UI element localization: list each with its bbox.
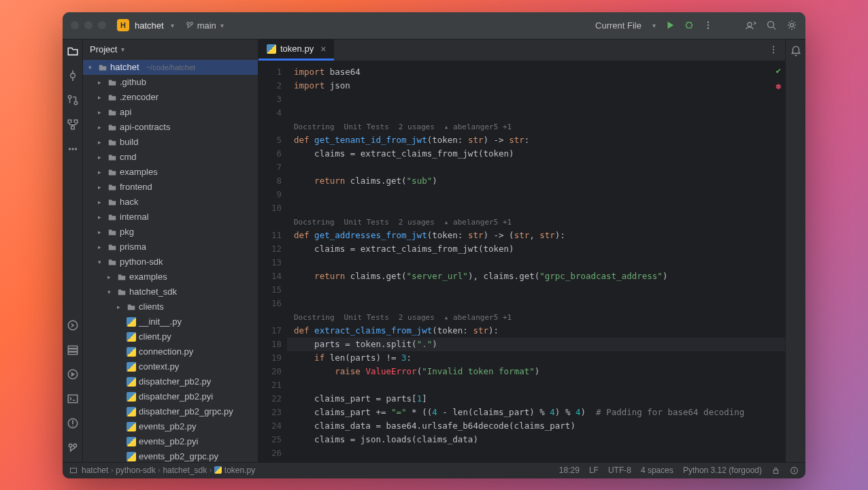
project-pane: Project ▾ ▾hatchet~/code/hatchet▸.github… [83,39,258,462]
tree-folder[interactable]: ▸api-contracts [83,120,258,135]
tree-folder[interactable]: ▸clients [83,299,258,314]
svg-point-4 [768,22,774,28]
tree-folder[interactable]: ▸frontend [83,180,258,195]
tree-folder[interactable]: ▸internal [83,210,258,225]
notifications-icon[interactable] [790,45,802,57]
run-tool-icon[interactable] [67,368,79,380]
inspections-ok-icon[interactable]: ✔ [775,65,781,76]
folder-icon [107,212,117,222]
tree-item-label: context.py [139,361,179,372]
cursor-position[interactable]: 18:29 [559,466,580,475]
tree-item-label: dispatcher_pb2_grpc.py [139,406,233,416]
python-console-icon[interactable] [67,319,79,331]
project-chevron-icon[interactable]: ▾ [171,22,174,29]
code-editor[interactable]: 1234567891011121314151617181920212223242… [258,61,785,462]
editor-area: token.py × 12345678910111213141516171819… [258,39,785,462]
tree-item-label: dispatcher_pb2.py [139,376,211,387]
tree-file[interactable]: ▸__init__.py [83,314,258,329]
close-tab-icon[interactable]: × [320,44,326,54]
tree-folder[interactable]: ▸.github [83,75,258,90]
tree-item-label: events_pb2.py [139,421,197,431]
minimize-window[interactable] [84,21,93,29]
tree-folder[interactable]: ▸.zencoder [83,90,258,105]
tree-folder[interactable]: ▸examples [83,165,258,180]
svg-rect-9 [68,120,71,123]
terminal-icon[interactable] [67,393,79,405]
tree-file[interactable]: ▸connection.py [83,344,258,359]
interpreter[interactable]: Python 3.12 (forgood) [683,466,762,475]
search-icon[interactable] [766,20,777,31]
editor-marks: ✔ ✽ [775,65,781,91]
run-config-chevron-icon[interactable]: ▾ [652,22,656,29]
project-name[interactable]: hatchet [135,20,164,31]
status-info-icon[interactable] [790,466,799,475]
folder-icon [117,272,127,282]
line-separator[interactable]: LF [589,466,599,475]
vcs-tool-icon[interactable] [67,442,79,454]
tree-item-label: connection.py [139,346,193,357]
tree-file[interactable]: ▸events_pb2.pyi [83,434,258,449]
pane-chevron-icon: ▾ [121,46,124,53]
python-file-icon [127,332,136,342]
titlebar: H hatchet ▾ main ▾ Current File ▾ [63,12,805,39]
tree-item-label: client.py [139,331,171,342]
tree-folder[interactable]: ▸hack [83,195,258,210]
ai-assistant-icon[interactable]: ✽ [775,81,781,91]
code-with-me-icon[interactable] [746,20,756,31]
tree-folder[interactable]: ▸examples [83,270,258,284]
run-icon[interactable] [665,20,675,30]
readonly-lock-icon[interactable] [771,466,780,475]
tree-file[interactable]: ▸dispatcher_pb2.pyi [83,389,258,404]
close-window[interactable] [71,21,79,29]
tree-folder[interactable]: ▾python-sdk [83,255,258,270]
tree-root[interactable]: ▾hatchet~/code/hatchet [83,60,258,75]
project-badge: H [117,19,129,31]
vcs-branch[interactable]: main ▾ [185,20,224,31]
commit-tool-icon[interactable] [67,69,79,82]
tree-item-label: events_pb2.pyi [139,436,198,446]
breadcrumbs[interactable]: hatchet › python-sdk › hatchet_sdk › tok… [82,466,255,475]
svg-point-7 [68,95,71,99]
tree-folder[interactable]: ▸build [83,135,258,150]
more-icon[interactable] [703,20,713,30]
file-tree[interactable]: ▾hatchet~/code/hatchet▸.github▸.zencoder… [83,60,258,462]
tab-options-icon[interactable] [762,39,785,61]
tree-file[interactable]: ▸events_pb2.py [83,419,258,434]
tree-file[interactable]: ▸dispatcher_pb2_grpc.py [83,404,258,419]
more-tools-icon[interactable] [67,143,79,155]
tree-file[interactable]: ▸client.py [83,329,258,344]
debug-icon[interactable] [684,20,694,30]
tree-folder[interactable]: ▸prisma [83,240,258,255]
problems-icon[interactable] [67,417,79,429]
file-encoding[interactable]: UTF-8 [608,466,631,475]
services-icon[interactable] [67,344,79,356]
svg-point-3 [707,27,710,29]
tree-folder[interactable]: ▸api [83,105,258,120]
folder-icon [107,167,117,177]
tree-folder[interactable]: ▸pkg [83,225,258,240]
folder-icon [107,242,117,252]
code-content[interactable]: import base64import json DocstringUnit T… [287,61,785,462]
project-pane-header[interactable]: Project ▾ [83,39,258,60]
tree-item-label: .zencoder [120,92,158,102]
indent-setting[interactable]: 4 spaces [641,466,673,475]
structure-tool-icon[interactable] [67,118,79,131]
folder-icon [107,78,117,87]
tree-file[interactable]: ▸context.py [83,359,258,374]
statusbar: hatchet › python-sdk › hatchet_sdk › tok… [63,462,805,478]
project-tool-icon[interactable] [67,45,79,57]
tree-file[interactable]: ▸dispatcher_pb2.py [83,374,258,389]
tab-filename: token.py [280,44,314,54]
tree-folder[interactable]: ▾hatchet_sdk [83,284,258,299]
python-file-icon [127,422,136,431]
folder-icon [107,93,117,102]
run-config-label[interactable]: Current File [595,20,641,31]
folder-icon [107,182,117,192]
tree-folder[interactable]: ▸cmd [83,150,258,165]
editor-tab[interactable]: token.py × [258,39,334,61]
right-tool-rail [785,39,805,462]
settings-icon[interactable] [786,20,797,31]
tree-file[interactable]: ▸events_pb2_grpc.py [83,449,258,462]
pull-requests-icon[interactable] [67,94,79,106]
maximize-window[interactable] [98,21,106,29]
